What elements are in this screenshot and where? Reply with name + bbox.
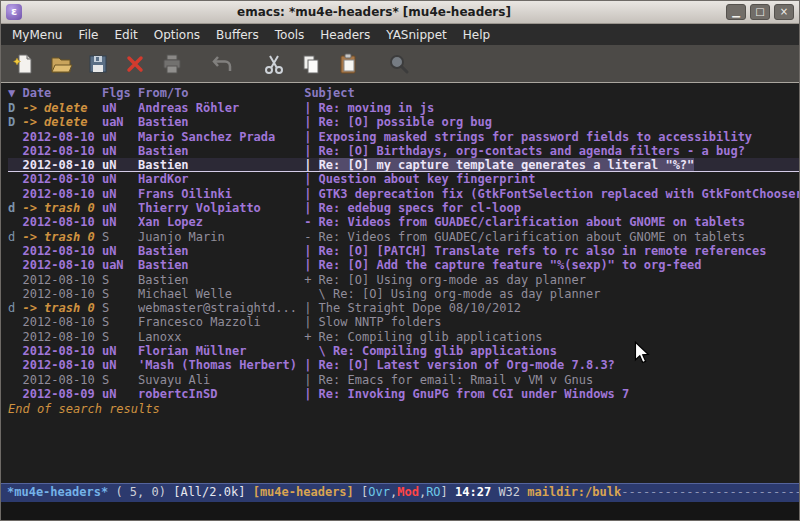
mark-char bbox=[8, 158, 22, 171]
mark-char bbox=[8, 287, 22, 301]
message-row[interactable]: d-> trash 0uNThierry Volpiatto| Re: edeb… bbox=[8, 201, 799, 215]
menu-mymenu[interactable]: MyMenu bbox=[4, 26, 70, 44]
column-header-date[interactable]: ▼ Date bbox=[8, 85, 102, 101]
message-from: Frans Oilinki bbox=[138, 187, 304, 201]
message-date: 2012-08-10 bbox=[22, 130, 101, 144]
message-subject: | Re: [O] my capture template generates … bbox=[304, 158, 799, 171]
close-buffer-button[interactable] bbox=[120, 49, 150, 79]
mark-action: -> trash 0 bbox=[22, 230, 101, 244]
message-row[interactable]: 2012-08-10uNFrans Oilinki| GTK3 deprecat… bbox=[8, 187, 799, 201]
message-date: 2012-08-10 bbox=[22, 187, 101, 201]
modeline-segment: [mu4e-headers] bbox=[253, 485, 361, 499]
message-flags: uN bbox=[102, 158, 138, 171]
message-subject: | Re: [O] Latest version of Org-mode 7.8… bbox=[304, 358, 799, 372]
menu-edit[interactable]: Edit bbox=[107, 26, 146, 44]
cut-button[interactable] bbox=[259, 49, 289, 79]
message-row[interactable]: 2012-08-10uNBastien| Re: [O] [PATCH] Tra… bbox=[8, 244, 799, 258]
column-header-flags[interactable]: Flgs bbox=[102, 85, 138, 101]
copy-button[interactable] bbox=[296, 49, 326, 79]
message-row[interactable]: 2012-08-10SBastien+ Re: [O] Using org-mo… bbox=[8, 273, 799, 287]
message-subject: | Re: Invoking GnuPG from CGI under Wind… bbox=[304, 387, 799, 401]
message-flags: uN bbox=[102, 201, 138, 215]
message-row[interactable]: 2012-08-10uNFlorian Müllner \ Re: Compil… bbox=[8, 344, 799, 358]
message-row[interactable]: d-> trash 0SJuanjo Marin- Re: Videos fro… bbox=[8, 230, 799, 244]
message-date: 2012-08-09 bbox=[22, 387, 101, 401]
print-icon bbox=[160, 52, 184, 76]
open-file-button[interactable] bbox=[46, 49, 76, 79]
menu-options[interactable]: Options bbox=[146, 26, 208, 44]
message-flags: uN bbox=[102, 144, 138, 158]
menu-file[interactable]: File bbox=[70, 26, 106, 44]
message-row[interactable]: 2012-08-10uNXan Lopez- Re: Videos from G… bbox=[8, 215, 799, 229]
message-date: 2012-08-10 bbox=[22, 158, 101, 171]
menu-headers[interactable]: Headers bbox=[312, 26, 378, 44]
column-header-from[interactable]: From/To bbox=[138, 85, 304, 101]
message-from: Mario Sanchez Prada bbox=[138, 130, 304, 144]
message-row[interactable]: 2012-08-10uNBastien| Re: [O] my capture … bbox=[8, 158, 799, 172]
message-row[interactable]: 2012-08-10uNMario Sanchez Prada| Exposin… bbox=[8, 130, 799, 144]
modeline-segment: Ovr bbox=[368, 485, 390, 499]
menu-help[interactable]: Help bbox=[455, 26, 498, 44]
mark-char bbox=[8, 215, 22, 229]
message-subject: | Exposing masked strings for password f… bbox=[304, 130, 799, 144]
modeline-segment: RO bbox=[426, 485, 440, 499]
message-subject: | Re: [O] Add the capture feature "%(sex… bbox=[304, 258, 799, 272]
message-flags: uN bbox=[102, 344, 138, 358]
message-row[interactable]: 2012-08-10SLanoxx+ Re: Compiling glib ap… bbox=[8, 330, 799, 344]
message-date: 2012-08-10 bbox=[22, 330, 101, 344]
mark-char bbox=[8, 273, 22, 287]
message-flags: S bbox=[102, 301, 138, 315]
message-row[interactable]: D-> deleteuNAndreas Röhler| Re: moving i… bbox=[8, 101, 799, 115]
mark-char bbox=[8, 130, 22, 144]
menu-yasnippet[interactable]: YASnippet bbox=[378, 26, 455, 44]
column-header-subject[interactable]: Subject bbox=[304, 85, 355, 101]
message-row[interactable]: 2012-08-10SMichael Welle \ Re: [O] Using… bbox=[8, 287, 799, 301]
message-flags: S bbox=[102, 373, 138, 387]
new-file-button[interactable] bbox=[9, 49, 39, 79]
message-date: 2012-08-10 bbox=[22, 244, 101, 258]
maximize-button[interactable]: □ bbox=[750, 4, 770, 20]
message-flags: uN bbox=[102, 244, 138, 258]
menubar: MyMenuFileEditOptionsBuffersToolsHeaders… bbox=[1, 24, 799, 45]
mark-char bbox=[8, 344, 22, 358]
message-row[interactable]: 2012-08-09uNrobertcInSD| Re: Invoking Gn… bbox=[8, 387, 799, 401]
message-flags: uaN bbox=[102, 115, 138, 129]
open-folder-icon bbox=[49, 52, 73, 76]
message-flags: S bbox=[102, 315, 138, 329]
message-row[interactable]: 2012-08-10uN'Mash (Thomas Herbert)| Re: … bbox=[8, 358, 799, 372]
message-subject: - Re: Videos from GUADEC/clarification a… bbox=[304, 230, 799, 244]
message-row[interactable]: 2012-08-10uNHardKor| Question about key … bbox=[8, 172, 799, 186]
mark-action: -> trash 0 bbox=[22, 201, 101, 215]
menu-tools[interactable]: Tools bbox=[267, 26, 313, 44]
message-row[interactable]: D-> deleteuaNBastien| Re: [O] possible o… bbox=[8, 115, 799, 129]
echo-area[interactable] bbox=[1, 502, 799, 520]
window-controls: ▁ □ × bbox=[726, 4, 794, 20]
cut-icon bbox=[262, 52, 286, 76]
titlebar[interactable]: ε emacs: *mu4e-headers* [mu4e-headers] ▁… bbox=[1, 1, 799, 24]
message-from: Bastien bbox=[138, 158, 304, 171]
message-subject: | Slow NNTP folders bbox=[304, 315, 799, 329]
message-row[interactable]: 2012-08-10SFrancesco Mazzoli| Slow NNTP … bbox=[8, 315, 799, 329]
paste-button[interactable] bbox=[333, 49, 363, 79]
menu-buffers[interactable]: Buffers bbox=[208, 26, 267, 44]
message-date: 2012-08-10 bbox=[22, 344, 101, 358]
message-row[interactable]: 2012-08-10SSuvayu Ali| Re: Emacs for ema… bbox=[8, 373, 799, 387]
emacs-window: ε emacs: *mu4e-headers* [mu4e-headers] ▁… bbox=[0, 0, 800, 521]
minimize-button[interactable]: ▁ bbox=[726, 4, 746, 20]
message-from: Florian Müllner bbox=[138, 344, 304, 358]
close-button[interactable]: × bbox=[774, 4, 794, 20]
save-buffer-button[interactable] bbox=[83, 49, 113, 79]
message-flags: uN bbox=[102, 172, 138, 186]
message-subject: \ Re: [O] Using org-mode as day planner bbox=[304, 287, 799, 301]
message-from: Francesco Mazzoli bbox=[138, 315, 304, 329]
message-row[interactable]: 2012-08-10uNBastien| Re: [O] Birthdays, … bbox=[8, 144, 799, 158]
search-icon bbox=[387, 52, 411, 76]
modeline-segment: ----------------------------------------… bbox=[621, 485, 799, 499]
message-row[interactable]: 2012-08-10uaNBastien| Re: [O] Add the ca… bbox=[8, 258, 799, 272]
message-date: 2012-08-10 bbox=[22, 215, 101, 229]
message-from: Juanjo Marin bbox=[138, 230, 304, 244]
mu4e-headers-buffer: ▼ Date Flgs From/To Subject D-> deleteuN… bbox=[1, 83, 799, 483]
search-button[interactable] bbox=[384, 49, 414, 79]
modeline-segment: ] bbox=[441, 485, 455, 499]
message-row[interactable]: d-> trash 0Swebmaster@straightd...| The … bbox=[8, 301, 799, 315]
